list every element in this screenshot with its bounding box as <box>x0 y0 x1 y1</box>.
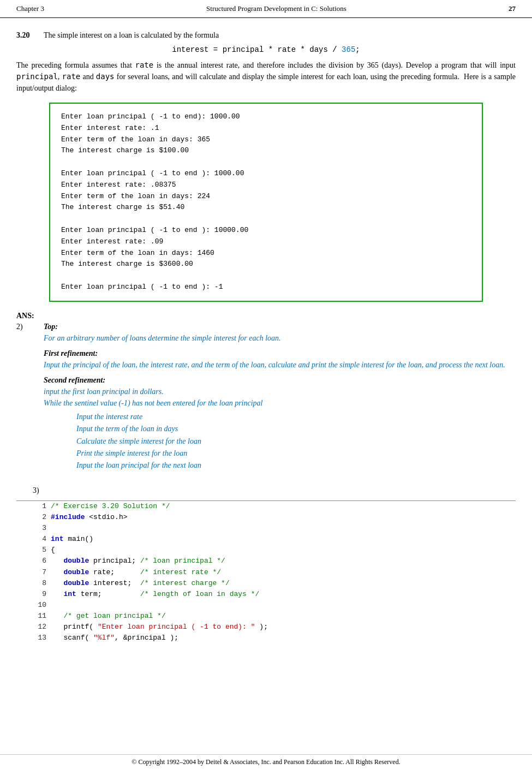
exercise-number: 3.20 <box>16 31 44 40</box>
top-label: Top: <box>44 323 516 331</box>
second-ref-indent-3: Calculate the simple interest for the lo… <box>76 436 516 448</box>
principal-code: principal <box>16 72 58 81</box>
dialog-line-8: Enter term of the loan in days: 224 <box>61 191 471 202</box>
code-row-2: 2 #include <stdio.h> <box>16 512 516 523</box>
page-footer: © Copyright 1992–2004 by Deitel & Associ… <box>0 754 532 766</box>
second-ref-indent-4: Print the simple interest for the loan <box>76 448 516 460</box>
second-ref-indent-5: Input the loan principal for the next lo… <box>76 460 516 472</box>
line-num-6: 6 <box>16 556 49 567</box>
second-ref-label: Second refinement: <box>44 376 516 385</box>
formula-highlight: 365 <box>342 45 355 54</box>
dialog-line-7: Enter interest rate: .08375 <box>61 180 471 191</box>
dialog-line-16: Enter loan principal ( -1 to end ): -1 <box>61 282 471 293</box>
line-num-5: 5 <box>16 545 49 556</box>
dialog-line-6: Enter loan principal ( -1 to end ): 1000… <box>61 168 471 180</box>
dialog-line-14: The interest charge is $3600.00 <box>61 259 471 270</box>
line-num-7: 7 <box>16 567 49 578</box>
dialog-line-10 <box>61 213 471 225</box>
code-section: 1 /* Exercise 3.20 Solution */ 2 #includ… <box>16 500 516 644</box>
dialog-line-2: Enter interest rate: .1 <box>61 123 471 134</box>
first-ref-text: Input the principal of the loan, the int… <box>44 359 516 371</box>
dialog-line-5 <box>61 157 471 168</box>
dialog-line-15 <box>61 270 471 282</box>
line-num-13: 13 <box>16 633 49 643</box>
line-num-1: 1 <box>16 501 49 512</box>
exercise-intro: The simple interest on a loan is calcula… <box>44 31 516 40</box>
exercise-row: 3.20 The simple interest on a loan is ca… <box>16 31 516 40</box>
code-row-6: 6 double principal; /* loan principal */ <box>16 556 516 567</box>
dialog-line-3: Enter term of the loan in days: 365 <box>61 134 471 146</box>
page-header: Chapter 3 Structured Program Development… <box>0 0 532 18</box>
formula-block: interest = principal * rate * days / 365… <box>16 45 516 54</box>
line-num-8: 8 <box>16 578 49 589</box>
second-ref-line1: input the first loan principal in dollar… <box>44 386 516 397</box>
code-line-3 <box>49 523 516 534</box>
footer-text: © Copyright 1992–2004 by Deitel & Associ… <box>131 758 400 766</box>
code-table: 1 /* Exercise 3.20 Solution */ 2 #includ… <box>16 501 516 644</box>
line-num-9: 9 <box>16 589 49 600</box>
body-paragraph: The preceding formula assumes that rate … <box>16 59 516 94</box>
code-row-7: 7 double rate; /* interest rate */ <box>16 567 516 578</box>
code-line-6: double principal; /* loan principal */ <box>49 556 516 567</box>
code-row-5: 5 { <box>16 545 516 556</box>
line-num-4: 4 <box>16 534 49 545</box>
item3-row: 3) <box>16 486 516 495</box>
header-title: Structured Program Development in C: Sol… <box>206 4 346 13</box>
solution-num-2: 2) <box>16 323 44 331</box>
dialog-line-13: Enter term of the loan in days: 1460 <box>61 248 471 259</box>
code-line-10 <box>49 600 516 611</box>
code-line-11: /* get loan principal */ <box>49 611 516 622</box>
top-text: For an arbitrary number of loans determi… <box>44 332 516 344</box>
ans-label: ANS: <box>16 312 516 320</box>
code-row-11: 11 /* get loan principal */ <box>16 611 516 622</box>
line-num-3: 3 <box>16 523 49 534</box>
second-ref-line2: While the sentinel value (-1) has not be… <box>44 397 516 409</box>
code-row-10: 10 <box>16 600 516 611</box>
code-line-4: int main() <box>49 534 516 545</box>
days-code: days <box>96 72 115 81</box>
code-row-8: 8 double interest; /* interest charge */ <box>16 578 516 589</box>
dialog-box: Enter loan principal ( -1 to end): 1000.… <box>49 103 483 302</box>
code-line-8: double interest; /* interest charge */ <box>49 578 516 589</box>
code-line-12: printf( "Enter loan principal ( -1 to en… <box>49 622 516 633</box>
item3-num: 3) <box>33 486 39 494</box>
code-line-1: /* Exercise 3.20 Solution */ <box>49 501 516 512</box>
rate-code: rate <box>135 61 154 69</box>
code-row-1: 1 /* Exercise 3.20 Solution */ <box>16 501 516 512</box>
code-row-13: 13 scanf( "%lf", &principal ); <box>16 633 516 643</box>
solution-item-2: 2) Top: For an arbitrary number of loans… <box>16 323 516 478</box>
code-row-9: 9 int term; /* length of loan in days */ <box>16 589 516 600</box>
page: Chapter 3 Structured Program Development… <box>0 0 532 775</box>
solution-content-2: Top: For an arbitrary number of loans de… <box>44 323 516 478</box>
code-line-2: #include <stdio.h> <box>49 512 516 523</box>
line-num-2: 2 <box>16 512 49 523</box>
code-line-5: { <box>49 545 516 556</box>
code-line-13: scanf( "%lf", &principal ); <box>49 633 516 643</box>
dialog-line-1: Enter loan principal ( -1 to end): 1000.… <box>61 111 471 123</box>
formula-text: interest = principal * rate * days / 365… <box>172 45 360 54</box>
second-ref-indent-2: Input the term of the loan in days <box>76 423 516 435</box>
code-row-12: 12 printf( "Enter loan principal ( -1 to… <box>16 622 516 633</box>
header-page: 27 <box>509 4 516 13</box>
content-area: 3.20 The simple interest on a loan is ca… <box>0 31 532 644</box>
dialog-line-9: The interest charge is $51.40 <box>61 202 471 213</box>
dialog-line-11: Enter loan principal ( -1 to end ): 1000… <box>61 225 471 236</box>
rate-code2: rate <box>62 72 81 81</box>
line-num-11: 11 <box>16 611 49 622</box>
code-line-9: int term; /* length of loan in days */ <box>49 589 516 600</box>
code-row-3: 3 <box>16 523 516 534</box>
line-num-12: 12 <box>16 622 49 633</box>
line-num-10: 10 <box>16 600 49 611</box>
dialog-line-12: Enter interest rate: .09 <box>61 236 471 248</box>
code-line-7: double rate; /* interest rate */ <box>49 567 516 578</box>
dialog-line-4: The interest charge is $100.00 <box>61 145 471 157</box>
header-chapter: Chapter 3 <box>16 4 44 13</box>
first-ref-label: First refinement: <box>44 349 516 358</box>
second-ref-indent-1: Input the interest rate <box>76 411 516 423</box>
code-row-4: 4 int main() <box>16 534 516 545</box>
